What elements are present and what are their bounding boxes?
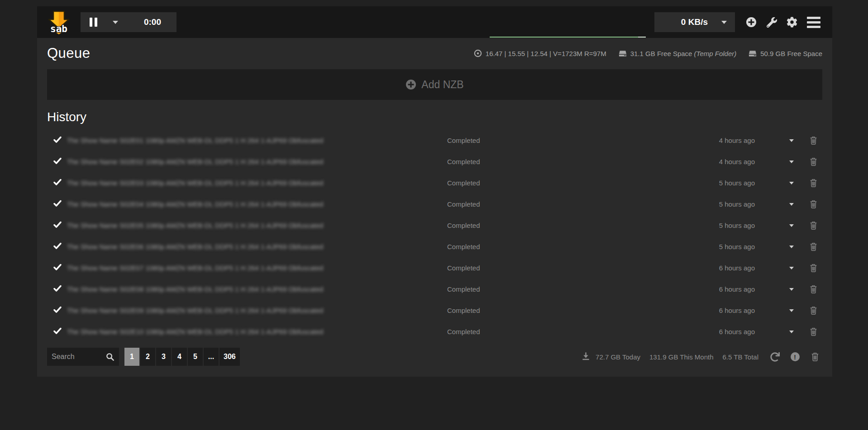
disk-free-space: 50.9 GB Free Space: [749, 50, 822, 57]
pause-icon[interactable]: [90, 18, 97, 27]
row-expand-button[interactable]: [779, 267, 804, 269]
info-icon[interactable]: !: [790, 352, 800, 362]
refresh-icon[interactable]: [770, 352, 780, 362]
row-delete-button[interactable]: [804, 221, 822, 230]
wrench-icon[interactable]: [766, 17, 777, 28]
add-nzb-dropzone[interactable]: Add NZB: [47, 69, 822, 100]
status-label: Completed: [447, 200, 702, 208]
history-row: The Show Name S02E05 1080p AMZN WEB-DL D…: [47, 215, 822, 236]
page-button[interactable]: 5: [188, 348, 203, 366]
row-delete-button[interactable]: [804, 285, 822, 293]
alltime-total: 6.5 TB Total: [723, 353, 759, 361]
queue-title: Queue: [47, 45, 91, 61]
row-expand-button[interactable]: [779, 182, 804, 184]
chevron-down-icon: [789, 139, 794, 142]
history-search[interactable]: [47, 348, 119, 366]
trash-icon: [810, 179, 817, 187]
row-delete-button[interactable]: [804, 157, 822, 166]
speed-graph: [490, 19, 646, 38]
pause-controls[interactable]: 0:00: [81, 12, 176, 32]
history-row: The Show Name S02E09 1080p AMZN WEB-DL D…: [47, 300, 822, 321]
row-delete-button[interactable]: [804, 242, 822, 251]
release-title: The Show Name S02E04 1080p AMZN WEB-DL D…: [67, 200, 447, 208]
check-icon: [47, 242, 67, 251]
check-icon: [47, 264, 67, 272]
row-delete-button[interactable]: [804, 306, 822, 315]
row-delete-button[interactable]: [804, 136, 822, 145]
row-expand-button[interactable]: [779, 331, 804, 333]
completed-time: 4 hours ago: [702, 158, 779, 165]
completed-time: 6 hours ago: [702, 285, 779, 293]
row-delete-button[interactable]: [804, 264, 822, 272]
gear-icon[interactable]: [787, 17, 797, 28]
completed-time: 5 hours ago: [702, 179, 779, 187]
row-delete-button[interactable]: [804, 179, 822, 187]
page-button[interactable]: ...: [204, 348, 219, 366]
row-expand-button[interactable]: [779, 309, 804, 312]
release-title: The Show Name S02E09 1080p AMZN WEB-DL D…: [67, 307, 447, 314]
chevron-down-icon: [789, 246, 794, 248]
history-row: The Show Name S02E10 1080p AMZN WEB-DL D…: [47, 321, 822, 342]
status-label: Completed: [447, 307, 702, 314]
svg-text:sab: sab: [50, 24, 67, 34]
history-row: The Show Name S02E04 1080p AMZN WEB-DL D…: [47, 194, 822, 215]
history-totals: 72.7 GB Today 131.9 GB This Month 6.5 TB…: [582, 352, 758, 362]
row-expand-button[interactable]: [779, 246, 804, 248]
row-delete-button[interactable]: [804, 200, 822, 208]
add-nzb-label: Add NZB: [421, 79, 463, 91]
page-button[interactable]: 4: [172, 348, 187, 366]
speed-limit-button[interactable]: 0 KB/s: [654, 12, 735, 32]
trash-icon: [810, 221, 817, 230]
completed-time: 5 hours ago: [702, 222, 779, 229]
add-nzb-icon[interactable]: [746, 17, 757, 28]
check-icon: [47, 306, 67, 315]
topbar: sab 0:00 0 KB/s: [37, 6, 832, 38]
page-button[interactable]: 2: [140, 348, 155, 366]
trash-icon: [810, 327, 817, 336]
pagination: 1 2 3 4 5 ... 306: [124, 348, 240, 366]
chevron-down-icon[interactable]: [113, 21, 118, 24]
menu-icon[interactable]: [807, 17, 820, 28]
row-expand-button[interactable]: [779, 288, 804, 291]
trash-icon: [810, 157, 817, 166]
search-input[interactable]: [52, 353, 106, 361]
search-icon: [106, 353, 114, 361]
row-delete-button[interactable]: [804, 327, 822, 336]
history-title: History: [47, 110, 822, 124]
sabnzbd-logo[interactable]: sab: [48, 10, 70, 34]
trash-icon: [810, 264, 817, 272]
status-label: Completed: [447, 264, 702, 272]
history-row: The Show Name S02E03 1080p AMZN WEB-DL D…: [47, 172, 822, 194]
status-label: Completed: [447, 328, 702, 335]
completed-time: 6 hours ago: [702, 307, 779, 314]
history-row: The Show Name S02E07 1080p AMZN WEB-DL D…: [47, 257, 822, 279]
check-icon: [47, 327, 67, 336]
history-row: The Show Name S02E08 1080p AMZN WEB-DL D…: [47, 279, 822, 300]
history-row: The Show Name S02E01 1080p AMZN WEB-DL D…: [47, 130, 822, 151]
chevron-down-icon: [789, 267, 794, 269]
hdd-icon: [619, 50, 627, 57]
purge-history-icon[interactable]: [810, 352, 820, 362]
status-label: Completed: [447, 222, 702, 229]
hdd-icon: [749, 50, 757, 57]
row-expand-button[interactable]: [779, 203, 804, 206]
completed-time: 5 hours ago: [702, 243, 779, 250]
history-row: The Show Name S02E06 1080p AMZN WEB-DL D…: [47, 236, 822, 257]
page-button[interactable]: 306: [219, 348, 240, 366]
status-label: Completed: [447, 243, 702, 250]
row-expand-button[interactable]: [779, 139, 804, 142]
sabnzbd-app: sab 0:00 0 KB/s: [37, 6, 832, 377]
chevron-down-icon: [789, 288, 794, 291]
check-icon: [47, 136, 67, 145]
status-label: Completed: [447, 158, 702, 165]
chevron-down-icon: [789, 203, 794, 206]
row-expand-button[interactable]: [779, 161, 804, 163]
plus-circle-icon: [405, 79, 416, 90]
status-label: Completed: [447, 285, 702, 293]
trash-icon: [810, 242, 817, 251]
trash-icon: [810, 285, 817, 293]
page-button[interactable]: 3: [156, 348, 171, 366]
row-expand-button[interactable]: [779, 224, 804, 227]
page-button[interactable]: 1: [124, 348, 139, 366]
release-title: The Show Name S02E07 1080p AMZN WEB-DL D…: [67, 264, 447, 272]
